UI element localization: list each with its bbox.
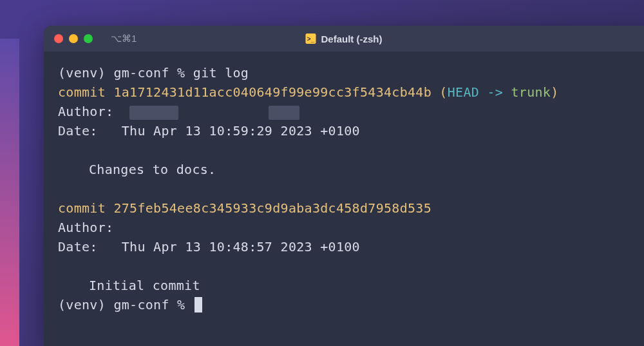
author-line: Author: <box>58 218 630 237</box>
traffic-lights <box>54 34 93 43</box>
terminal-icon: >_ <box>306 34 316 44</box>
blank-line <box>58 140 630 160</box>
redacted-author-email <box>269 106 299 120</box>
date-line: Date: Thu Apr 13 10:48:57 2023 +0100 <box>58 237 630 256</box>
fullscreen-button[interactable] <box>84 34 93 43</box>
ref-open: ( <box>431 84 448 100</box>
cursor <box>194 297 202 312</box>
redacted-author-name <box>129 106 178 120</box>
prompt-prefix: (venv) gm-conf % <box>58 65 193 81</box>
date-line: Date: Thu Apr 13 10:59:29 2023 +0100 <box>58 121 630 140</box>
prompt-prefix: (venv) gm-conf % <box>58 297 193 312</box>
date-value: Thu Apr 13 10:48:57 2023 +0100 <box>122 239 360 255</box>
date-label: Date: <box>58 123 122 139</box>
ref-close: ) <box>551 84 558 100</box>
commit-hash: 275feb54ee8c345933c9d9aba3dc458d7958d535 <box>113 200 431 216</box>
ref-branch: trunk <box>511 84 551 100</box>
window-title-text: Default (-zsh) <box>321 34 383 44</box>
prompt-line: (venv) gm-conf % <box>58 295 630 314</box>
commit-message: Initial commit <box>58 276 630 295</box>
date-label: Date: <box>58 239 122 255</box>
command-text: git log <box>193 65 249 81</box>
commit-label: commit <box>58 200 113 216</box>
author-line: Author: <box>58 102 630 121</box>
terminal-window: ⌥⌘1 >_ Default (-zsh) (venv) gm-conf % g… <box>44 26 644 346</box>
tab-indicator: ⌥⌘1 <box>111 33 137 44</box>
window-title: >_ Default (-zsh) <box>306 34 383 44</box>
commit-message: Changes to docs. <box>58 160 630 179</box>
date-value: Thu Apr 13 10:59:29 2023 +0100 <box>122 123 360 139</box>
author-label: Author: <box>58 220 113 235</box>
commit-hash: 1a1712431d11acc040649f99e99cc3f5434cb44b <box>113 84 431 100</box>
commit-label: commit <box>58 84 113 100</box>
ref-head: HEAD -> <box>448 84 511 100</box>
tab-shortcut-label: ⌥⌘1 <box>111 33 137 44</box>
prompt-line: (venv) gm-conf % git log <box>58 63 630 82</box>
close-button[interactable] <box>54 34 63 43</box>
desktop-background-accent <box>0 39 19 346</box>
commit-header: commit 1a1712431d11acc040649f99e99cc3f54… <box>58 82 630 102</box>
blank-line <box>58 179 630 198</box>
terminal-output[interactable]: (venv) gm-conf % git log commit 1a171243… <box>44 52 644 326</box>
author-label: Author: <box>58 104 129 119</box>
minimize-button[interactable] <box>69 34 78 43</box>
blank-line <box>58 256 630 276</box>
commit-header: commit 275feb54ee8c345933c9d9aba3dc458d7… <box>58 198 630 218</box>
window-titlebar[interactable]: ⌥⌘1 >_ Default (-zsh) <box>44 26 644 52</box>
